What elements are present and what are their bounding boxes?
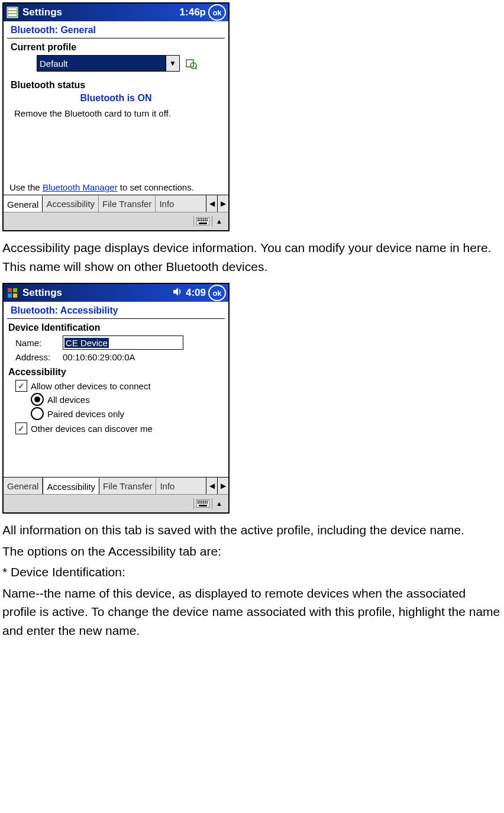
svg-rect-23: [8, 293, 12, 298]
allow-connect-checkbox[interactable]: ✓: [15, 380, 27, 392]
tab-info[interactable]: Info: [156, 478, 178, 494]
divider: [7, 38, 225, 38]
tab-scroll-left-icon[interactable]: ◀: [206, 478, 217, 494]
titlebar: Settings 1:46p ok: [4, 4, 228, 21]
keyboard-icon[interactable]: [193, 498, 212, 509]
svg-rect-38: [206, 502, 208, 504]
profile-dropdown[interactable]: Default ▼: [37, 55, 180, 72]
current-profile-label: Current profile: [11, 42, 225, 53]
svg-rect-36: [203, 502, 204, 504]
section-header: Bluetooth: General: [7, 24, 225, 37]
accessibility-screenshot: Settings 4:09 ok Bluetooth: Accessibilit…: [2, 283, 230, 514]
speaker-icon[interactable]: [173, 287, 182, 299]
svg-rect-9: [199, 218, 201, 220]
svg-rect-20: [199, 222, 207, 224]
start-menu-icon[interactable]: [6, 286, 19, 299]
start-menu-icon[interactable]: [6, 6, 19, 19]
svg-rect-18: [205, 220, 206, 221]
tab-file-transfer[interactable]: File Transfer: [99, 478, 156, 494]
clock[interactable]: 4:09: [186, 287, 206, 299]
tabs: General Accessibility File Transfer Info…: [4, 195, 228, 212]
remove-card-text: Remove the Bluetooth card to turn it off…: [14, 108, 220, 118]
svg-rect-31: [205, 501, 206, 502]
svg-rect-24: [13, 293, 17, 298]
doc-paragraph-1: Accessibility page displays device infor…: [2, 238, 502, 276]
device-name-value: CE Device: [64, 338, 109, 348]
svg-rect-28: [199, 501, 201, 502]
svg-rect-19: [206, 220, 208, 221]
profile-dropdown-value: Default: [37, 59, 166, 69]
accessibility-label: Accessibility: [8, 367, 225, 378]
tab-accessibility[interactable]: Accessibility: [43, 195, 99, 212]
sip-menu-up-icon[interactable]: ▲: [214, 218, 225, 225]
bt-status-value: Bluetooth is ON: [7, 93, 225, 104]
titlebar: Settings 4:09 ok: [4, 284, 228, 302]
all-devices-label: All devices: [47, 395, 90, 405]
svg-rect-22: [13, 288, 17, 292]
titlebar-title: Settings: [22, 7, 62, 18]
name-label: Name:: [15, 338, 63, 348]
tab-scroll-left-icon[interactable]: ◀: [206, 195, 217, 212]
tab-scroll-right-icon[interactable]: ▶: [217, 195, 228, 212]
doc-paragraph-2a: All information on this tab is saved wit…: [2, 521, 502, 540]
discoverable-label: Other devices can discover me: [31, 424, 153, 434]
svg-line-6: [195, 67, 197, 69]
svg-rect-21: [8, 288, 12, 292]
svg-rect-3: [8, 14, 17, 16]
svg-rect-27: [198, 501, 199, 502]
svg-rect-10: [201, 218, 202, 220]
all-devices-radio[interactable]: [31, 393, 44, 406]
chevron-down-icon[interactable]: ▼: [166, 56, 179, 71]
paired-only-radio[interactable]: [31, 407, 44, 420]
device-identification-label: Device Identification: [8, 322, 225, 333]
tabs: General Accessibility File Transfer Info…: [4, 477, 228, 494]
svg-rect-37: [205, 502, 206, 504]
bt-status-label: Bluetooth status: [11, 80, 225, 91]
tab-accessibility[interactable]: Accessibility: [43, 478, 99, 494]
doc-paragraph-2d: Name--the name of this device, as displa…: [2, 584, 502, 640]
doc-paragraph-2c: * Device Identification:: [2, 563, 502, 582]
address-label: Address:: [15, 352, 63, 362]
allow-connect-label: Allow other devices to connect: [31, 381, 151, 391]
discoverable-checkbox[interactable]: ✓: [15, 422, 27, 434]
tab-file-transfer[interactable]: File Transfer: [99, 195, 156, 212]
ok-button[interactable]: ok: [208, 285, 226, 301]
svg-marker-25: [173, 288, 178, 296]
sip-bar: ▲: [4, 494, 228, 512]
sip-menu-up-icon[interactable]: ▲: [214, 500, 225, 507]
tab-general[interactable]: General: [4, 195, 43, 212]
bluetooth-manager-link[interactable]: Bluetooth Manager: [43, 182, 118, 192]
svg-rect-34: [199, 502, 201, 504]
svg-rect-39: [199, 505, 207, 506]
bt-manager-line: Use the Bluetooth Manager to set connect…: [9, 182, 220, 192]
svg-rect-15: [199, 220, 201, 221]
titlebar-title: Settings: [22, 287, 62, 299]
svg-rect-14: [198, 220, 199, 221]
svg-rect-11: [203, 218, 204, 220]
svg-rect-13: [206, 218, 208, 220]
divider: [7, 318, 225, 319]
svg-rect-29: [201, 501, 202, 502]
svg-rect-33: [198, 502, 199, 504]
address-value: 00:10:60:29:00:0A: [63, 352, 135, 362]
doc-paragraph-2b: The options on the Accessibility tab are…: [2, 542, 502, 561]
section-header: Bluetooth: Accessibility: [7, 304, 225, 317]
svg-rect-30: [203, 501, 204, 502]
ok-button[interactable]: ok: [208, 4, 226, 21]
svg-rect-32: [206, 501, 208, 502]
general-screenshot: Settings 1:46p ok Bluetooth: General Cur…: [2, 2, 230, 231]
svg-rect-35: [201, 502, 202, 504]
svg-rect-8: [198, 218, 199, 220]
keyboard-icon[interactable]: [193, 216, 212, 227]
tab-info[interactable]: Info: [156, 195, 177, 212]
tab-general[interactable]: General: [4, 478, 43, 494]
clock[interactable]: 1:46p: [180, 7, 206, 18]
svg-rect-12: [205, 218, 206, 220]
svg-rect-17: [203, 220, 204, 221]
profile-settings-icon[interactable]: [185, 57, 198, 70]
sip-bar: ▲: [4, 212, 228, 230]
tab-scroll-right-icon[interactable]: ▶: [217, 478, 228, 494]
device-name-input[interactable]: CE Device: [63, 335, 183, 350]
svg-rect-1: [8, 8, 17, 10]
paired-only-label: Paired devices only: [47, 409, 124, 419]
